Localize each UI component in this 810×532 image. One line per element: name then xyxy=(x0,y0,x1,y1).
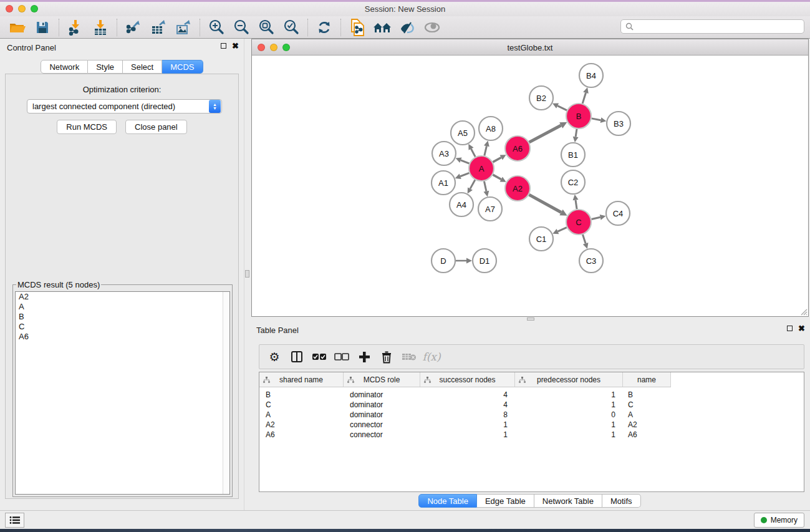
table-row[interactable]: Bdominator41B xyxy=(259,390,671,400)
table-header-row: shared nameMCDS rolesuccessor nodesprede… xyxy=(259,372,671,387)
save-session-button[interactable] xyxy=(30,17,55,37)
network-graph[interactable]: B4B2BB3A8A5A6A3B1AC2A1A2A4A7C4CC1C3DD1 xyxy=(252,56,808,316)
table-row[interactable]: Adominator80A xyxy=(259,410,671,420)
new-network-from-selection-button[interactable] xyxy=(345,17,370,37)
mcds-result-item[interactable]: A6 xyxy=(16,332,229,342)
table-row[interactable]: A2connector11A2 xyxy=(259,420,671,430)
vertical-split-divider[interactable] xyxy=(244,39,249,510)
scrollbar-track[interactable] xyxy=(223,292,229,494)
run-mcds-button[interactable]: Run MCDS xyxy=(57,120,117,134)
column-header-label: shared name xyxy=(279,375,323,384)
column-header-name[interactable]: name xyxy=(623,372,671,387)
table-row[interactable]: Cdominator41C xyxy=(259,400,671,410)
graph-edge-B-B2[interactable] xyxy=(557,106,567,110)
search-field[interactable] xyxy=(620,19,804,34)
network-canvas[interactable]: B4B2BB3A8A5A6A3B1AC2A1A2A4A7C4CC1C3DD1 xyxy=(252,56,808,316)
mcds-result-list[interactable]: A2ABCA6 xyxy=(15,291,230,495)
table-options-button[interactable]: ⚙ xyxy=(264,347,284,367)
column-header-predecessor-nodes[interactable]: predecessor nodes xyxy=(515,372,623,387)
graph-edge-A-A7[interactable] xyxy=(484,181,486,191)
tab-motifs[interactable]: Motifs xyxy=(602,494,641,508)
tab-select[interactable]: Select xyxy=(123,60,162,74)
hide-selected-button[interactable] xyxy=(395,17,420,37)
memory-button[interactable]: Memory xyxy=(754,513,804,528)
graph-node-label: A xyxy=(479,164,485,173)
graph-edge-A-A4[interactable] xyxy=(470,180,475,188)
import-table-button[interactable] xyxy=(88,17,113,37)
delete-table-button[interactable] xyxy=(399,347,419,367)
tab-network-table[interactable]: Network Table xyxy=(534,494,602,508)
graph-edge-A-A2[interactable] xyxy=(493,175,501,179)
export-network-button[interactable] xyxy=(121,17,146,37)
float-panel-icon[interactable] xyxy=(221,43,226,49)
window-resize-grip[interactable] xyxy=(799,307,808,316)
zoom-fit-button[interactable] xyxy=(254,17,279,37)
graph-edge-A-A1[interactable] xyxy=(460,173,469,176)
column-header-MCDS-role[interactable]: MCDS role xyxy=(344,372,420,387)
tab-style[interactable]: Style xyxy=(88,60,123,74)
graph-edge-A-A5[interactable] xyxy=(471,149,476,157)
shared-column-icon xyxy=(424,377,431,383)
tab-mcds[interactable]: MCDS xyxy=(162,60,203,74)
edge-arrowhead xyxy=(484,140,489,147)
duplicate-network-document-icon xyxy=(349,18,366,37)
horizontal-split-divider[interactable] xyxy=(249,317,810,321)
graph-edge-A6-B[interactable] xyxy=(529,125,561,142)
table-cell: 4 xyxy=(420,400,515,410)
mcds-result-item[interactable]: A xyxy=(16,302,229,312)
show-columns-button[interactable] xyxy=(287,347,307,367)
delete-column-button[interactable] xyxy=(377,347,397,367)
divider-collapse-handle[interactable] xyxy=(245,270,249,278)
columns-icon xyxy=(290,350,304,364)
float-panel-icon[interactable] xyxy=(787,326,793,331)
column-header-shared-name[interactable]: shared name xyxy=(259,372,344,387)
zoom-in-button[interactable] xyxy=(204,17,229,37)
mcds-result-item[interactable]: B xyxy=(16,312,229,322)
import-network-button[interactable] xyxy=(63,17,88,37)
mcds-result-item[interactable]: C xyxy=(16,322,229,332)
search-input[interactable] xyxy=(637,22,804,31)
mcds-result-item[interactable]: A2 xyxy=(16,292,229,302)
tab-edge-table[interactable]: Edge Table xyxy=(477,494,534,508)
unselect-all-columns-button[interactable] xyxy=(332,347,352,367)
graph-edge-A2-C[interactable] xyxy=(529,195,561,212)
graph-node-label: A1 xyxy=(438,178,448,188)
close-panel-button[interactable]: Close panel xyxy=(125,120,187,134)
graph-node-label: B3 xyxy=(614,119,624,128)
graph-edge-C-C2[interactable] xyxy=(576,200,577,209)
table-row[interactable]: A6connector11A6 xyxy=(259,430,671,440)
graph-edge-A-A8[interactable] xyxy=(485,146,487,155)
graph-edge-C-C1[interactable] xyxy=(557,228,566,231)
column-header-successor-nodes[interactable]: successor nodes xyxy=(420,372,515,387)
graph-edge-B-B3[interactable] xyxy=(592,118,601,120)
export-image-button[interactable] xyxy=(171,17,196,37)
apply-layout-button[interactable] xyxy=(312,17,337,37)
open-session-button[interactable] xyxy=(5,17,30,37)
graph-edge-C-C4[interactable] xyxy=(591,217,600,219)
zoom-out-button[interactable] xyxy=(229,17,254,37)
task-history-button[interactable] xyxy=(5,513,24,528)
create-column-button[interactable] xyxy=(354,347,374,367)
close-panel-icon[interactable]: ✖ xyxy=(798,326,805,331)
select-all-columns-button[interactable] xyxy=(309,347,329,367)
graph-edge-A-A6[interactable] xyxy=(493,157,501,162)
divider-collapse-handle[interactable] xyxy=(527,317,534,321)
graph-edge-C-C3[interactable] xyxy=(582,235,586,243)
function-builder-button[interactable]: f(x) xyxy=(422,347,441,367)
show-all-button[interactable] xyxy=(420,17,445,37)
export-table-button[interactable] xyxy=(146,17,171,37)
tab-node-table[interactable]: Node Table xyxy=(418,494,477,508)
optimization-criterion-select[interactable]: largest connected component (directed) ▲… xyxy=(27,99,222,114)
zoom-selected-button[interactable] xyxy=(279,17,304,37)
graph-edge-A-A3[interactable] xyxy=(461,160,470,163)
tab-network[interactable]: Network xyxy=(41,60,88,74)
graph-edge-B-B4[interactable] xyxy=(582,93,586,104)
list-icon xyxy=(9,516,21,525)
zoom-selected-icon xyxy=(282,19,300,36)
graph-edge-B-B1[interactable] xyxy=(576,129,577,137)
node-attribute-table[interactable]: shared nameMCDS rolesuccessor nodesprede… xyxy=(259,372,804,492)
close-panel-icon[interactable]: ✖ xyxy=(232,43,239,49)
first-neighbors-button[interactable] xyxy=(370,17,395,37)
column-header-label: name xyxy=(637,375,656,384)
zoom-out-icon xyxy=(233,19,250,36)
